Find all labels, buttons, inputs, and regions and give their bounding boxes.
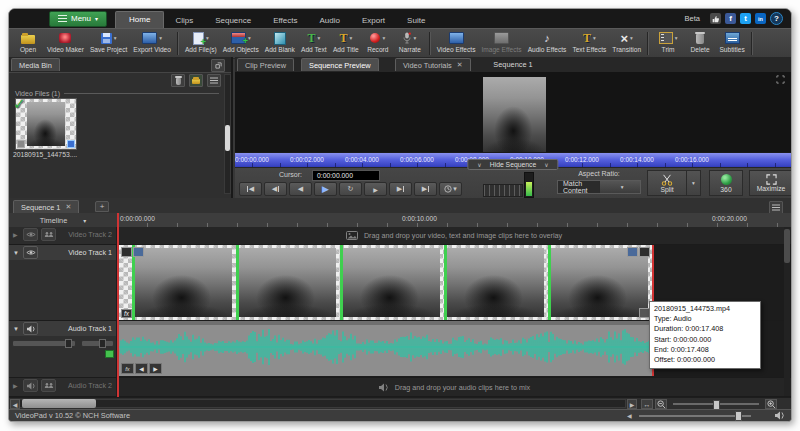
clip-fx-button[interactable]: fx <box>121 309 132 318</box>
speaker-icon[interactable] <box>23 379 38 392</box>
clip-opacity-icon[interactable] <box>121 247 132 257</box>
tab-sequence[interactable]: Sequence <box>204 13 262 28</box>
link-tracks-icon[interactable] <box>41 228 56 241</box>
timeline-mode-dropdown[interactable]: Timeline ▾ <box>9 213 118 227</box>
timeline-playhead[interactable] <box>117 213 119 397</box>
expand-arrow-icon[interactable]: ▶ <box>13 382 20 389</box>
scroll-left-button[interactable]: ◀ <box>10 399 20 409</box>
close-icon[interactable]: ✕ <box>457 61 463 69</box>
delete-media-icon[interactable] <box>171 74 185 87</box>
menu-button[interactable]: Menu ▾ <box>49 11 107 27</box>
shuttle-jog-control[interactable] <box>483 184 523 197</box>
audio-track-2-lane[interactable]: Drag and drop your audio clips here to m… <box>117 378 791 397</box>
linkedin-icon[interactable]: in <box>755 13 766 24</box>
previous-frame-button[interactable]: ◀ <box>264 182 287 196</box>
split-button[interactable]: Split <box>647 170 687 196</box>
subtitles-button[interactable]: Subtitles <box>716 29 748 58</box>
text-effects-button[interactable]: T▾Text Effects <box>569 29 609 58</box>
add-media-folder-icon[interactable] <box>189 74 203 87</box>
next-frame-button[interactable]: ▶ <box>389 182 412 196</box>
help-icon[interactable]: ? <box>770 12 783 25</box>
video-effects-button[interactable]: Video Effects <box>434 29 479 58</box>
expand-arrow-icon[interactable]: ▶ <box>13 231 20 238</box>
slider-handle[interactable] <box>65 339 72 348</box>
audio-track-2-header[interactable]: ▶ Audio Track 2 <box>9 378 117 397</box>
collapse-arrow-icon[interactable]: ▼ <box>13 250 20 256</box>
twitter-icon[interactable]: t <box>740 13 751 24</box>
link-tracks-icon[interactable] <box>41 379 56 392</box>
tab-export[interactable]: Export <box>351 13 396 28</box>
narrate-button[interactable]: ▾Narrate <box>394 29 426 58</box>
tab-audio[interactable]: Audio <box>309 13 351 28</box>
zoom-out-icon[interactable] <box>655 399 667 409</box>
eye-icon[interactable] <box>23 228 38 241</box>
go-to-end-button[interactable]: ▶ <box>414 182 437 196</box>
hide-sequence-button[interactable]: ∨ Hide Sequence ∨ <box>467 159 558 170</box>
media-thumbnail[interactable]: ✓ <box>15 98 77 150</box>
tab-home[interactable]: Home <box>115 11 164 28</box>
sequence-tab[interactable]: Sequence 1✕ <box>13 200 79 213</box>
loop-button[interactable]: ↻ <box>339 182 362 196</box>
add-files-button[interactable]: +▾Add File(s) <box>182 29 220 58</box>
scrollbar-thumb[interactable] <box>22 399 96 408</box>
clip-info-icon[interactable] <box>627 247 638 257</box>
speaker-icon[interactable] <box>774 411 785 420</box>
close-icon[interactable]: ✕ <box>65 203 71 211</box>
media-bin-scrollbar[interactable] <box>224 74 231 194</box>
export-video-button[interactable]: ▾Export Video <box>130 29 174 58</box>
tab-suite[interactable]: Suite <box>396 13 436 28</box>
add-title-button[interactable]: T▾Add Title <box>330 29 362 58</box>
speaker-icon[interactable] <box>23 322 38 335</box>
volume-slider[interactable] <box>12 340 76 347</box>
trim-button[interactable]: ▾Trim <box>652 29 684 58</box>
360-button[interactable]: 360 <box>709 170 743 196</box>
clip-corner-icon[interactable] <box>639 247 650 257</box>
add-text-button[interactable]: T▾Add Text <box>298 29 330 58</box>
scrollbar-track[interactable] <box>10 399 626 408</box>
video-clip[interactable]: fx <box>117 245 654 320</box>
open-button[interactable]: Open <box>12 29 44 58</box>
save-project-button[interactable]: ▾Save Project <box>87 29 130 58</box>
play-small-button[interactable]: ▶ <box>364 182 387 196</box>
video-track-1-header[interactable]: ▼ Video Track 1 <box>9 245 117 321</box>
video-track-2-header[interactable]: ▶ Video Track 2 <box>9 227 117 245</box>
playback-speed-button[interactable]: ▾ <box>439 182 462 196</box>
timeline-vertical-scrollbar[interactable] <box>784 227 790 396</box>
split-options-dropdown[interactable]: ▾ <box>687 170 701 196</box>
play-backward-button[interactable]: ◀ <box>289 182 312 196</box>
maximize-button[interactable]: Maximize <box>749 170 792 196</box>
play-button[interactable]: ▶ <box>314 182 337 196</box>
audio-effects-button[interactable]: ♪Audio Effects <box>525 29 570 58</box>
eye-icon[interactable] <box>23 246 38 259</box>
audio-track-1-header[interactable]: ▼ Audio Track 1 <box>9 321 117 378</box>
media-bin-tab[interactable]: Media Bin <box>11 58 60 71</box>
audio-clip[interactable]: fx ◀ ▶ <box>117 321 654 376</box>
tab-sequence-preview[interactable]: Sequence Preview <box>301 58 379 71</box>
collapse-arrow-icon[interactable]: ▼ <box>13 326 20 332</box>
tab-effects[interactable]: Effects <box>262 13 308 28</box>
facebook-icon[interactable]: f <box>725 13 736 24</box>
record-button[interactable]: ▾Record <box>362 29 394 58</box>
tab-clip-preview[interactable]: Clip Preview <box>237 58 294 71</box>
audio-prev-button[interactable]: ◀ <box>135 363 148 374</box>
audio-next-button[interactable]: ▶ <box>149 363 162 374</box>
add-blank-button[interactable]: Add Blank <box>262 29 298 58</box>
status-slider-handle[interactable] <box>735 411 742 421</box>
tab-clips[interactable]: Clips <box>164 13 204 28</box>
cursor-time-field[interactable]: 0:00:00.000 <box>312 170 380 181</box>
scrollbar-thumb[interactable] <box>784 229 790 263</box>
timeline-ruler[interactable]: Timeline ▾ 0:00:00.000 0:00:10.000 0:00:… <box>9 213 791 228</box>
new-sequence-tab-button[interactable]: + <box>95 201 109 212</box>
aspect-ratio-dropdown[interactable]: Match Content ▾ <box>557 180 641 194</box>
video-maker-button[interactable]: Video Maker <box>44 29 87 58</box>
scrollbar-thumb[interactable] <box>225 125 230 151</box>
audio-fx-button[interactable]: fx <box>121 363 134 374</box>
tab-video-tutorials[interactable]: Video Tutorials✕ <box>395 58 471 71</box>
add-objects-button[interactable]: +▾Add Objects <box>220 29 262 58</box>
slider-handle[interactable] <box>99 339 106 348</box>
thumbs-up-icon[interactable] <box>710 13 721 24</box>
scroll-left-icon[interactable]: ◀ <box>627 412 632 419</box>
go-to-start-button[interactable]: ◀ <box>239 182 262 196</box>
delete-button[interactable]: Delete <box>684 29 716 58</box>
fullscreen-corner-icon[interactable] <box>776 75 785 84</box>
